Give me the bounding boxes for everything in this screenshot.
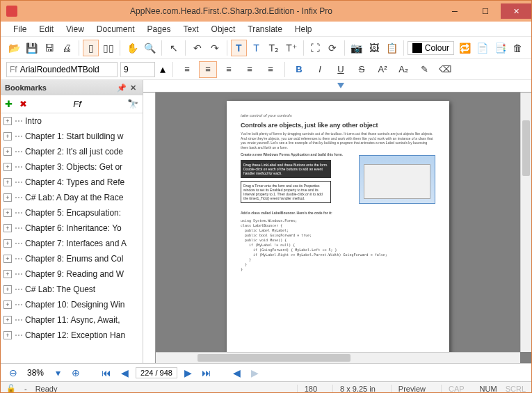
subscript-icon[interactable]: A₂ — [394, 61, 412, 78]
expand-icon[interactable]: + — [3, 163, 12, 171]
menu-view[interactable]: View — [61, 23, 90, 35]
bookmark-item[interactable]: +⋯Chapter 3: Objects: Get or — [1, 159, 143, 175]
underline-icon[interactable]: U — [332, 61, 350, 78]
colour-picker[interactable]: Colour — [408, 41, 454, 55]
expand-icon[interactable]: + — [3, 117, 12, 125]
save-icon[interactable]: 💾 — [24, 40, 40, 56]
save-as-icon[interactable]: 🖫 — [42, 40, 58, 56]
open-icon[interactable]: 📂 — [6, 40, 22, 56]
expand-icon[interactable]: + — [3, 300, 12, 309]
expand-icon[interactable]: + — [3, 285, 12, 294]
scrollbar-thumb[interactable] — [522, 120, 530, 176]
rotate-icon[interactable]: ⟳ — [325, 40, 341, 56]
link-text-icon[interactable]: T⁺ — [283, 40, 299, 56]
bookmark-item[interactable]: +⋯C# Lab: A Day at the Race — [1, 190, 143, 205]
page-indicator[interactable]: 224 / 948 — [136, 367, 177, 378]
expand-icon[interactable]: + — [3, 224, 12, 232]
history-forward-icon[interactable]: ▶ — [248, 366, 262, 380]
bookmark-item[interactable]: +⋯Chapter 4: Types and Refe — [1, 175, 143, 190]
align-center-icon[interactable]: ≡ — [199, 61, 217, 78]
expand-icon[interactable]: + — [3, 193, 12, 202]
minimize-button[interactable]: ─ — [440, 3, 470, 19]
add-bookmark-icon[interactable]: ✚ — [5, 99, 13, 109]
document-canvas[interactable]: take control of your controls Controls a… — [143, 80, 531, 363]
vertical-scrollbar[interactable] — [520, 93, 531, 352]
maximize-button[interactable]: ☐ — [470, 3, 501, 19]
undo-icon[interactable]: ↶ — [189, 40, 205, 56]
expand-icon[interactable]: + — [3, 147, 12, 156]
crop-tool-icon[interactable]: ⛶ — [307, 40, 323, 56]
font-size-select[interactable]: 9 — [120, 62, 155, 77]
find-replace-icon[interactable]: 🔁 — [457, 40, 473, 56]
zoom-dropdown-icon[interactable]: ▾ — [51, 366, 65, 380]
menu-help[interactable]: Help — [289, 23, 318, 35]
next-page-icon[interactable]: ▶ — [182, 366, 195, 380]
vertical-ruler[interactable] — [143, 93, 156, 363]
redo-icon[interactable]: ↷ — [207, 40, 223, 56]
clear-format-icon[interactable]: ⌫ — [436, 61, 454, 78]
expand-icon[interactable]: + — [3, 331, 12, 339]
bookmark-item[interactable]: +⋯Chapter 11: Async, Await, — [1, 312, 143, 328]
close-panel-icon[interactable]: ✕ — [127, 83, 138, 93]
bold-icon[interactable]: B — [290, 61, 308, 78]
first-page-icon[interactable]: ⏮ — [99, 366, 113, 380]
arrow-tool-icon[interactable]: ↖ — [166, 40, 182, 56]
vertical-text-icon[interactable]: T₂ — [266, 40, 282, 56]
status-mode[interactable]: Preview — [391, 385, 433, 393]
align-justify-all-icon[interactable]: ≡ — [261, 61, 280, 78]
pin-icon[interactable]: 📌 — [116, 83, 127, 93]
expand-icon[interactable]: + — [3, 239, 12, 248]
lock-icon[interactable]: 🔓 — [6, 384, 16, 393]
expand-icon[interactable]: + — [3, 255, 12, 263]
print-icon[interactable]: 🖨 — [59, 40, 75, 56]
zoom-level[interactable]: 38% — [24, 368, 47, 378]
bookmark-item[interactable]: +⋯Chapter 9: Reading and W — [1, 266, 143, 282]
horizontal-ruler[interactable] — [143, 80, 531, 93]
delete-page-icon[interactable]: 🗑 — [510, 40, 526, 56]
extract-page-icon[interactable]: 📑 — [492, 40, 508, 56]
expand-icon[interactable]: + — [3, 178, 12, 186]
menu-file[interactable]: File — [8, 23, 32, 35]
menu-object[interactable]: Object — [206, 23, 241, 35]
font-tool-icon[interactable]: Ff — [73, 99, 81, 109]
menu-edit[interactable]: Edit — [33, 23, 59, 35]
menu-translate[interactable]: Translate — [242, 23, 288, 35]
clipboard-icon[interactable]: 📋 — [384, 40, 400, 56]
bookmark-item[interactable]: +⋯Chapter 1: Start building w — [1, 129, 143, 144]
text-tool-icon[interactable]: T — [231, 40, 247, 56]
image-icon[interactable]: 🖼 — [366, 40, 382, 56]
menu-document[interactable]: Document — [91, 23, 140, 35]
menu-text[interactable]: Text — [178, 23, 204, 35]
bookmark-item[interactable]: +⋯Chapter 6: Inheritance: Yo — [1, 220, 143, 236]
last-page-icon[interactable]: ⏭ — [200, 366, 213, 380]
bookmark-item[interactable]: +⋯Chapter 2: It's all just code — [1, 144, 143, 159]
expand-icon[interactable]: + — [3, 270, 12, 278]
facing-pages-icon[interactable]: ▯▯ — [100, 40, 116, 56]
bookmark-item[interactable]: +⋯Chapter 10: Designing Win — [1, 297, 143, 312]
bookmark-item[interactable]: +⋯Chapter 12: Exception Han — [1, 328, 143, 343]
text-plus-icon[interactable]: T — [248, 40, 264, 56]
zoom-out-icon[interactable]: ⊖ — [6, 366, 20, 380]
italic-icon[interactable]: I — [311, 61, 329, 78]
hand-tool-icon[interactable]: ✋ — [124, 40, 140, 56]
delete-bookmark-icon[interactable]: ✖ — [19, 99, 27, 109]
horizontal-scrollbar[interactable] — [156, 352, 520, 363]
add-page-icon[interactable]: 📄 — [474, 40, 490, 56]
align-right-icon[interactable]: ≡ — [220, 61, 238, 78]
prev-page-icon[interactable]: ◀ — [118, 366, 131, 380]
zoom-in-icon[interactable]: ⊕ — [69, 366, 83, 380]
align-justify-icon[interactable]: ≡ — [241, 61, 259, 78]
scrollbar-thumb[interactable] — [198, 354, 350, 362]
font-family-select[interactable]: FfArialRoundedMTBold — [6, 62, 118, 77]
superscript-icon[interactable]: A² — [373, 61, 392, 78]
expand-icon[interactable]: + — [3, 209, 12, 217]
close-button[interactable]: ✕ — [501, 3, 531, 19]
history-back-icon[interactable]: ◀ — [230, 366, 244, 380]
binoculars-icon[interactable]: 🔭 — [127, 99, 138, 109]
menu-pages[interactable]: Pages — [142, 23, 177, 35]
camera-icon[interactable]: 📷 — [348, 40, 364, 56]
expand-icon[interactable]: + — [3, 316, 12, 324]
expand-icon[interactable]: + — [3, 132, 12, 141]
single-page-icon[interactable]: ▯ — [83, 40, 99, 56]
bookmark-item[interactable]: +⋯Chapter 7: Interfaces and A — [1, 236, 143, 251]
